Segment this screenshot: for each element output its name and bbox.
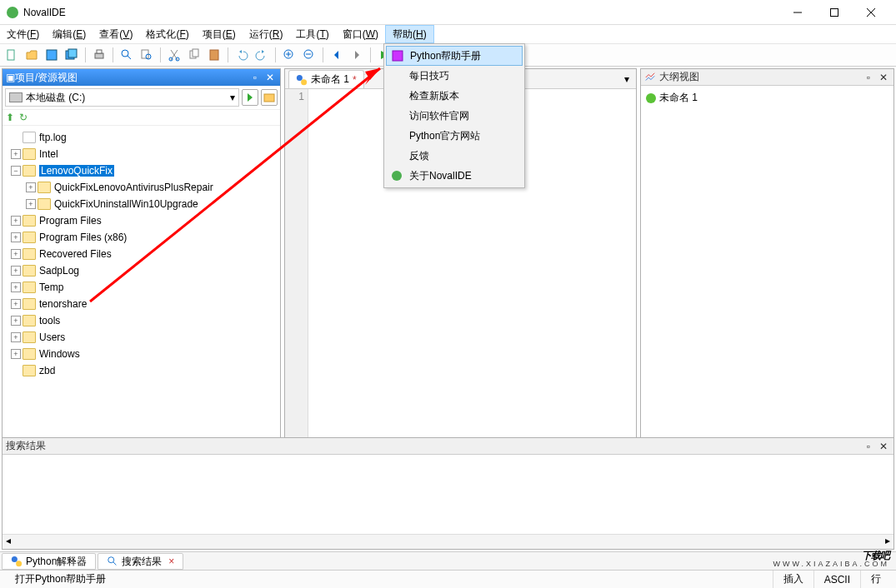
help-menu-item[interactable]: 检查新版本 — [386, 86, 523, 106]
tree-item[interactable]: +tools — [4, 312, 278, 329]
new-file-icon[interactable] — [3, 47, 20, 63]
search-panel: 搜索结果 ▫ ✕ ◂▸ — [2, 437, 894, 550]
tree-item[interactable]: +SadpLog — [4, 262, 278, 279]
expand-icon[interactable]: + — [11, 232, 21, 242]
about-icon — [389, 168, 404, 183]
find-in-files-icon[interactable] — [138, 47, 155, 63]
search-body[interactable] — [3, 455, 893, 534]
close-button[interactable] — [853, 1, 889, 24]
maximize-button[interactable] — [816, 1, 853, 24]
tree-item[interactable]: +Program Files — [4, 212, 278, 229]
expand-icon[interactable]: + — [11, 266, 21, 276]
outline-icon — [644, 72, 656, 83]
zoom-out-icon[interactable] — [301, 47, 318, 63]
menu-查看[interactable]: 查看(V) — [93, 25, 139, 43]
undo-icon[interactable] — [233, 47, 250, 63]
tree-item[interactable]: +Program Files (x86) — [4, 229, 278, 246]
svg-point-14 — [169, 57, 173, 61]
nav-back-icon[interactable] — [328, 47, 345, 63]
expand-icon[interactable]: + — [26, 199, 36, 209]
tree-item[interactable]: −LenovoQuickFix — [4, 162, 278, 179]
menu-格式化[interactable]: 格式化(F) — [139, 25, 195, 43]
help-menu-item[interactable]: 反馈 — [386, 146, 523, 166]
menu-item-label: 检查新版本 — [409, 89, 459, 103]
panel-pin-icon[interactable]: ▫ — [862, 440, 875, 453]
expand-icon[interactable]: + — [11, 282, 21, 292]
expand-icon[interactable]: + — [11, 349, 21, 359]
zoom-in-icon[interactable] — [281, 47, 298, 63]
tree-item[interactable]: zbd — [4, 362, 278, 379]
tree-item[interactable]: +Windows — [4, 346, 278, 362]
tree-item[interactable]: +Recovered Files — [4, 246, 278, 262]
redo-icon[interactable] — [253, 47, 270, 63]
svg-rect-17 — [193, 49, 198, 57]
svg-rect-32 — [393, 51, 403, 61]
tree-item[interactable]: +QuickFixLenovoAntivirusPlusRepair — [4, 179, 278, 196]
go-button[interactable] — [242, 89, 258, 106]
panel-close-icon[interactable]: ✕ — [263, 71, 277, 84]
menu-帮助[interactable]: 帮助(H) — [385, 25, 434, 43]
menu-运行[interactable]: 运行(R) — [243, 25, 290, 43]
help-menu-item[interactable]: Python官方网站 — [386, 126, 523, 146]
menu-item-label: 访问软件官网 — [409, 109, 469, 123]
panel-pin-icon[interactable]: ▫ — [248, 71, 262, 84]
tree-item[interactable]: ftp.log — [4, 129, 278, 146]
tree-item[interactable]: +Users — [4, 329, 278, 346]
tree-item-label: SadpLog — [39, 265, 79, 277]
find-icon[interactable] — [118, 47, 135, 63]
panel-close-icon[interactable]: ✕ — [877, 71, 890, 84]
outline-item[interactable]: 未命名 1 — [646, 91, 888, 105]
svg-point-10 — [122, 50, 128, 57]
help-menu-item[interactable]: 每日技巧 — [386, 66, 523, 86]
panel-close-icon[interactable]: ✕ — [877, 440, 890, 453]
expand-icon[interactable]: + — [11, 299, 21, 309]
expand-icon[interactable]: + — [11, 149, 21, 159]
tree-item[interactable]: +tenorshare — [4, 296, 278, 312]
menu-文件[interactable]: 文件(F) — [0, 25, 46, 43]
search-h-scrollbar[interactable]: ◂▸ — [3, 534, 893, 549]
help-menu-item[interactable]: 访问软件官网 — [386, 106, 523, 126]
save-icon[interactable] — [43, 47, 60, 63]
open-icon[interactable] — [23, 47, 40, 63]
editor-tab[interactable]: 未命名 1 * — [288, 70, 364, 88]
bottom-tab[interactable]: Python解释器 — [2, 553, 96, 570]
help-menu-item[interactable]: Python帮助手册 — [386, 46, 523, 66]
tree-item-label: Intel — [39, 148, 58, 160]
expand-icon[interactable]: + — [11, 216, 21, 226]
svg-point-29 — [16, 561, 22, 566]
tree-item-label: LenovoQuickFix — [39, 165, 114, 177]
minimize-button[interactable] — [779, 1, 816, 24]
bottom-tab[interactable]: 搜索结果× — [98, 553, 183, 570]
tree-item[interactable]: +QuickFixUninstallWin10Upgrade — [4, 196, 278, 212]
refresh-icon[interactable]: ↻ — [19, 112, 28, 123]
outline-header: 大纲视图 ▫ ✕ — [641, 69, 893, 86]
panel-pin-icon[interactable]: ▫ — [862, 71, 875, 84]
drive-select[interactable]: 本地磁盘 (C:) ▾ — [5, 88, 239, 107]
tree-item[interactable]: +Temp — [4, 279, 278, 296]
nav-forward-icon[interactable] — [348, 47, 365, 63]
cut-icon[interactable] — [166, 47, 183, 63]
folder-icon — [23, 331, 36, 343]
help-menu-item[interactable]: 关于NovalIDE — [386, 166, 523, 186]
expand-icon[interactable]: − — [11, 166, 21, 176]
expand-icon[interactable]: + — [11, 249, 21, 259]
tabs-menu-icon[interactable]: ▾ — [618, 70, 636, 88]
print-icon[interactable] — [91, 47, 108, 63]
status-mode: 插入 — [773, 571, 813, 588]
menu-项目[interactable]: 项目(E) — [196, 25, 243, 43]
expand-icon[interactable]: + — [11, 316, 21, 326]
menu-编辑[interactable]: 编辑(E) — [46, 25, 93, 43]
up-icon[interactable]: ⬆ — [6, 112, 14, 123]
paste-icon[interactable] — [206, 47, 223, 63]
copy-icon[interactable] — [186, 47, 203, 63]
svg-point-30 — [108, 557, 114, 563]
help-dropdown: Python帮助手册每日技巧检查新版本访问软件官网Python官方网站反馈关于N… — [383, 43, 525, 188]
tab-close-icon[interactable]: × — [168, 556, 174, 567]
expand-icon[interactable]: + — [26, 182, 36, 192]
tree-item[interactable]: +Intel — [4, 146, 278, 162]
expand-icon[interactable]: + — [11, 332, 21, 342]
menu-窗口[interactable]: 窗口(W) — [336, 25, 385, 43]
save-all-icon[interactable] — [63, 47, 80, 63]
folder-button[interactable] — [261, 89, 278, 106]
menu-工具[interactable]: 工具(T) — [289, 25, 335, 43]
